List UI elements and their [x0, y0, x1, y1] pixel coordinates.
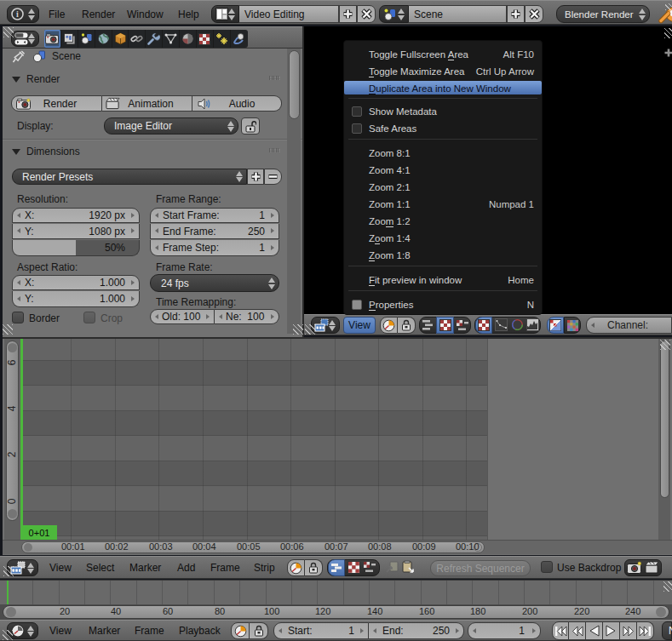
- svg-text:i: i: [16, 9, 19, 19]
